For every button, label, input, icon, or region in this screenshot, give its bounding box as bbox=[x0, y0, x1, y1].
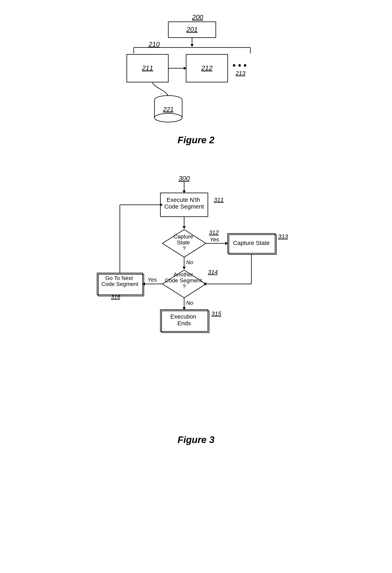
curved-arrow bbox=[153, 82, 168, 97]
label-210: 210 bbox=[148, 40, 160, 48]
figure2-area: 200 201 210 211 212 • • • 213 bbox=[77, 12, 315, 161]
no-label-314: No bbox=[186, 300, 193, 306]
label-221: 221 bbox=[163, 106, 173, 113]
label-200: 200 bbox=[192, 13, 203, 21]
label-201: 201 bbox=[186, 26, 198, 33]
label-300: 300 bbox=[179, 175, 190, 182]
diagram-container: 200 201 210 211 212 • • • 213 bbox=[77, 12, 315, 461]
arrowhead-201 bbox=[190, 44, 194, 47]
yes-label-314: Yes bbox=[148, 277, 157, 283]
label-312: 312 bbox=[209, 229, 219, 236]
dots: • • • bbox=[233, 60, 247, 70]
figure3-caption: Figure 3 bbox=[178, 434, 215, 445]
label-211: 211 bbox=[142, 64, 153, 72]
label-313: 313 bbox=[278, 233, 288, 240]
label-316-text: Go To Next Code Segment bbox=[102, 275, 138, 287]
cylinder-bottom bbox=[154, 113, 182, 122]
label-213: 213 bbox=[235, 70, 245, 76]
arrowhead-312-no bbox=[183, 267, 186, 269]
figure2-svg: 200 201 210 211 212 • • • 213 bbox=[107, 12, 285, 127]
figure2-caption: Figure 2 bbox=[178, 135, 215, 145]
label-314: 314 bbox=[208, 269, 218, 275]
label-212: 212 bbox=[201, 64, 213, 72]
label-316: 316 bbox=[111, 294, 120, 300]
label-311-text: Execute N'th Code Segment bbox=[164, 197, 204, 210]
arrowhead-311 bbox=[183, 226, 186, 229]
figure3-svg: 300 Execute N'th Code Segment 311 Captur… bbox=[87, 173, 305, 426]
label-313-text: Capture State bbox=[233, 240, 270, 246]
yes-label-312: Yes bbox=[210, 236, 219, 243]
label-311: 311 bbox=[214, 197, 224, 203]
figure3-area: 300 Execute N'th Code Segment 311 Captur… bbox=[77, 173, 315, 461]
label-315: 315 bbox=[211, 310, 221, 317]
no-label-312: No bbox=[186, 259, 193, 265]
